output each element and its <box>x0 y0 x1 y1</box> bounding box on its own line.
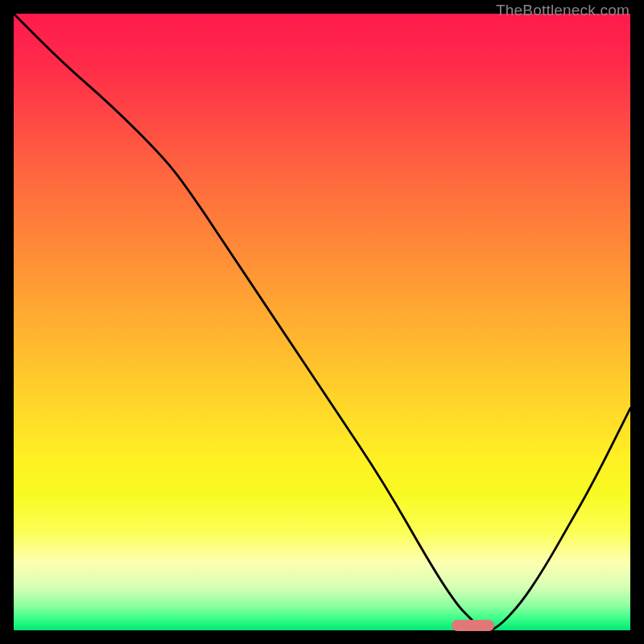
attribution-text: TheBottleneck.com <box>496 2 630 19</box>
plot-area <box>14 14 630 630</box>
chart-container: TheBottleneck.com <box>0 0 644 644</box>
optimal-marker <box>452 620 495 631</box>
